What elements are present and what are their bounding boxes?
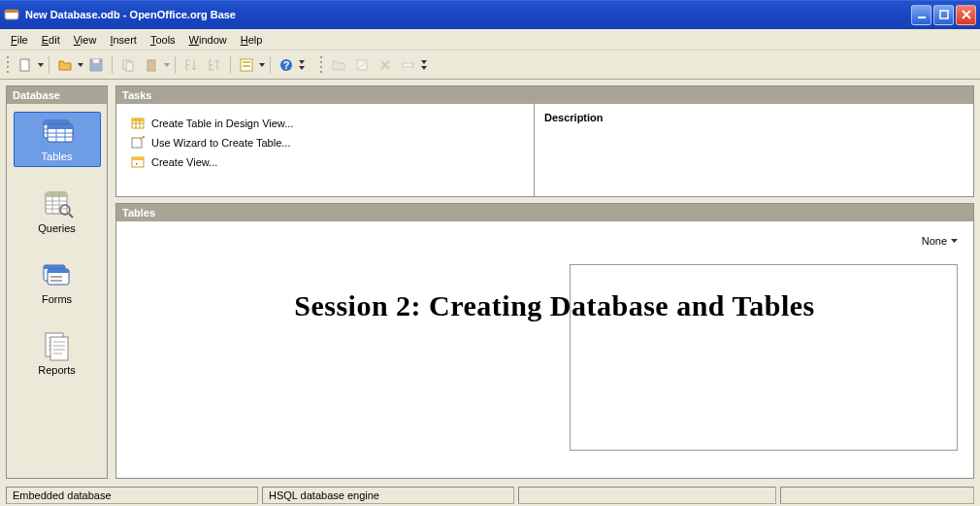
help-button[interactable]: ? (276, 54, 297, 76)
menu-edit[interactable]: Edit (35, 32, 67, 48)
design-view-icon (130, 116, 146, 131)
svg-rect-28 (48, 269, 69, 273)
status-empty-2 (780, 487, 974, 504)
menu-view[interactable]: View (67, 32, 104, 48)
sidebar-item-label: Reports (38, 364, 76, 376)
view-mode-dropdown[interactable]: None (922, 235, 958, 247)
tasks-description-label: Description (534, 104, 973, 196)
toolbar-grip[interactable] (7, 55, 11, 75)
svg-rect-21 (48, 124, 73, 129)
content-area: Tasks Create Table in Design View... Use… (115, 85, 974, 479)
sidebar-item-label: Tables (42, 151, 73, 162)
window-title: New Database.odb - OpenOffice.org Base (25, 9, 236, 20)
reports-icon (38, 330, 77, 361)
window-controls (911, 5, 976, 25)
status-engine: HSQL database engine (262, 487, 514, 504)
app-icon (4, 7, 19, 22)
rename-object-button[interactable] (398, 54, 419, 76)
open-button[interactable] (54, 54, 76, 76)
svg-rect-26 (44, 265, 65, 269)
svg-rect-30 (50, 280, 62, 282)
svg-rect-3 (940, 11, 948, 18)
tasks-list: Create Table in Design View... Use Wizar… (116, 104, 534, 196)
paste-button[interactable] (141, 54, 162, 76)
new-button[interactable] (15, 54, 36, 76)
svg-rect-13 (243, 65, 250, 67)
open-dropdown[interactable] (77, 63, 84, 67)
tasks-panel-body: Create Table in Design View... Use Wizar… (116, 104, 973, 196)
svg-rect-10 (149, 59, 153, 62)
svg-rect-12 (243, 61, 250, 63)
svg-rect-8 (126, 62, 133, 71)
svg-rect-34 (132, 118, 144, 121)
wizard-icon (130, 135, 146, 151)
tasks-panel: Tasks Create Table in Design View... Use… (115, 85, 974, 197)
sidebar-item-label: Forms (42, 293, 72, 305)
toolbar2-overflow[interactable] (420, 60, 428, 70)
tables-panel: Tables None Session 2: Creating Database… (115, 203, 974, 479)
tables-icon (38, 117, 77, 148)
sort-desc-button[interactable] (204, 54, 225, 76)
menu-help[interactable]: Help (234, 32, 270, 48)
toolbar-overflow[interactable] (298, 60, 306, 70)
tables-panel-title: Tables (116, 204, 973, 221)
minimize-button[interactable] (911, 5, 931, 25)
svg-rect-23 (46, 192, 67, 197)
forms-icon (38, 259, 77, 290)
status-bar: Embedded database HSQL database engine (0, 485, 980, 506)
sidebar-title: Database (7, 86, 107, 104)
sidebar-item-forms[interactable]: Forms (14, 255, 101, 309)
menu-file[interactable]: File (4, 32, 35, 48)
toolbar: ? (0, 51, 980, 80)
sidebar-item-tables[interactable]: Tables (14, 112, 101, 167)
task-label: Use Wizard to Create Table... (151, 137, 290, 149)
task-create-design-view[interactable]: Create Table in Design View... (130, 114, 520, 133)
tasks-panel-title: Tasks (116, 86, 973, 104)
edit-object-button[interactable] (351, 54, 373, 76)
svg-rect-29 (50, 276, 62, 278)
queries-icon (38, 188, 77, 219)
paste-dropdown[interactable] (163, 63, 171, 67)
menu-window[interactable]: Window (182, 32, 234, 48)
sidebar-body: Tables Queries Forms Reports (7, 104, 107, 478)
svg-rect-6 (93, 59, 99, 63)
form-button[interactable] (236, 54, 257, 76)
sort-asc-button[interactable] (180, 54, 202, 76)
task-create-view[interactable]: Create View... (130, 152, 520, 172)
sidebar-item-queries[interactable]: Queries (14, 185, 101, 238)
svg-rect-2 (918, 17, 926, 18)
svg-rect-32 (50, 337, 68, 360)
title-bar: New Database.odb - OpenOffice.org Base (0, 0, 980, 29)
save-button[interactable] (85, 54, 107, 76)
close-button[interactable] (956, 5, 976, 25)
main-area: Database Tables Queries Forms Reports Ta… (0, 80, 980, 485)
maximize-button[interactable] (933, 5, 954, 25)
sidebar-item-reports[interactable]: Reports (14, 326, 101, 380)
new-dropdown[interactable] (37, 63, 45, 67)
menu-insert[interactable]: Insert (103, 32, 144, 48)
dropdown-icon (951, 239, 958, 243)
open-object-button[interactable] (328, 54, 349, 76)
tables-panel-body: None Session 2: Creating Database and Ta… (116, 221, 973, 478)
sidebar: Database Tables Queries Forms Reports (6, 85, 108, 479)
sidebar-item-label: Queries (38, 222, 76, 234)
overlay-caption: Session 2: Creating Database and Tables (146, 289, 964, 322)
svg-rect-1 (5, 10, 18, 13)
menu-bar: File Edit View Insert Tools Window Help (0, 29, 980, 51)
form-dropdown[interactable] (258, 63, 266, 67)
status-db-type: Embedded database (6, 487, 258, 504)
svg-rect-37 (132, 157, 144, 160)
menu-tools[interactable]: Tools (144, 32, 182, 48)
copy-button[interactable] (117, 54, 139, 76)
svg-rect-17 (403, 63, 412, 67)
svg-text:?: ? (283, 59, 290, 71)
create-view-icon (130, 154, 146, 170)
task-use-wizard[interactable]: Use Wizard to Create Table... (130, 133, 520, 152)
status-empty-1 (518, 487, 776, 504)
delete-object-button[interactable] (375, 54, 396, 76)
view-mode-label: None (922, 235, 947, 247)
toolbar-grip-2[interactable] (320, 55, 324, 75)
task-label: Create Table in Design View... (151, 118, 293, 129)
task-label: Create View... (151, 156, 217, 168)
